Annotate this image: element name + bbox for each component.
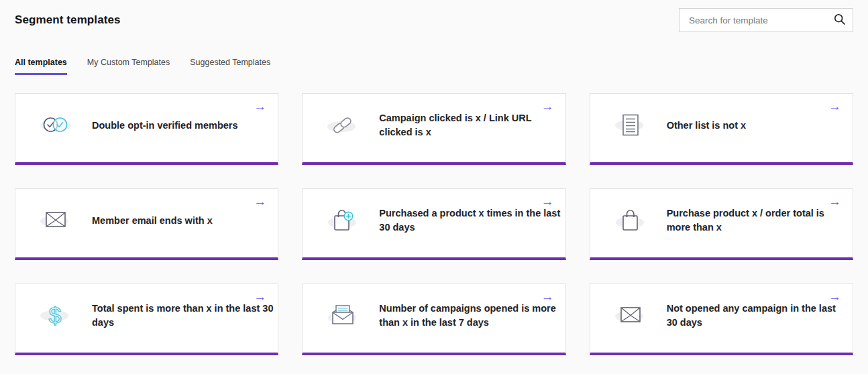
template-card-title: Member email ends with x <box>92 214 274 228</box>
list-document-icon <box>614 112 647 139</box>
envelope-open-icon <box>327 302 359 329</box>
template-card-9[interactable]: Not opened any campaign in the last 30 d… <box>590 284 853 355</box>
template-search <box>679 8 853 32</box>
template-tabs: All templatesMy Custom TemplatesSuggeste… <box>15 58 853 75</box>
template-card-7[interactable]: $ Total spent is more than x in the last… <box>15 284 278 355</box>
tab-my-custom-templates[interactable]: My Custom Templates <box>87 58 170 75</box>
envelope-icon <box>40 207 72 234</box>
template-grid: Double opt-in verified members → Campaig… <box>15 93 853 355</box>
template-card-title: Other list is not x <box>667 119 849 133</box>
shopping-bag-icon <box>614 207 647 234</box>
template-card-1[interactable]: Double opt-in verified members → <box>15 93 278 165</box>
template-card-4[interactable]: Member email ends with x → <box>15 188 278 260</box>
arrow-right-icon[interactable]: → <box>254 290 266 305</box>
template-card-8[interactable]: Number of campaigns opened is more than … <box>302 284 565 355</box>
arrow-right-icon[interactable]: → <box>254 194 266 210</box>
search-icon <box>834 13 845 27</box>
template-card-title: Not opened any campaign in the last 30 d… <box>667 302 849 330</box>
double-optin-check-icon <box>40 112 72 139</box>
template-card-title: Number of campaigns opened is more than … <box>379 302 561 330</box>
dollar-icon: $ <box>40 302 72 329</box>
template-card-6[interactable]: Purchase product x / order total is more… <box>590 188 853 260</box>
arrow-right-icon[interactable]: → <box>828 290 841 305</box>
template-card-title: Purchased a product x times in the last … <box>379 206 561 235</box>
template-card-3[interactable]: Other list is not x → <box>590 93 853 165</box>
arrow-right-icon[interactable]: → <box>541 194 554 210</box>
template-card-5[interactable]: Purchased a product x times in the last … <box>302 188 565 260</box>
shopping-bag-plus-icon <box>327 207 359 234</box>
link-icon <box>327 112 359 139</box>
tab-suggested-templates[interactable]: Suggested Templates <box>190 58 270 75</box>
template-card-title: Double opt-in verified members <box>92 119 274 133</box>
template-card-title: Campaign clicked is x / Link URL clicked… <box>379 111 561 139</box>
arrow-right-icon[interactable]: → <box>828 99 841 115</box>
arrow-right-icon[interactable]: → <box>541 290 554 305</box>
envelope-icon <box>614 302 647 329</box>
arrow-right-icon[interactable]: → <box>828 194 841 210</box>
template-card-title: Purchase product x / order total is more… <box>667 206 849 235</box>
template-card-2[interactable]: Campaign clicked is x / Link URL clicked… <box>302 93 565 165</box>
page-header: Segment templates <box>0 0 868 27</box>
template-card-title: Total spent is more than x in the last 3… <box>92 302 274 330</box>
search-input[interactable] <box>680 15 826 25</box>
tab-all-templates[interactable]: All templates <box>15 58 67 75</box>
arrow-right-icon[interactable]: → <box>254 99 266 115</box>
search-button[interactable] <box>826 9 853 32</box>
svg-text:$: $ <box>49 302 62 328</box>
arrow-right-icon[interactable]: → <box>541 99 554 115</box>
